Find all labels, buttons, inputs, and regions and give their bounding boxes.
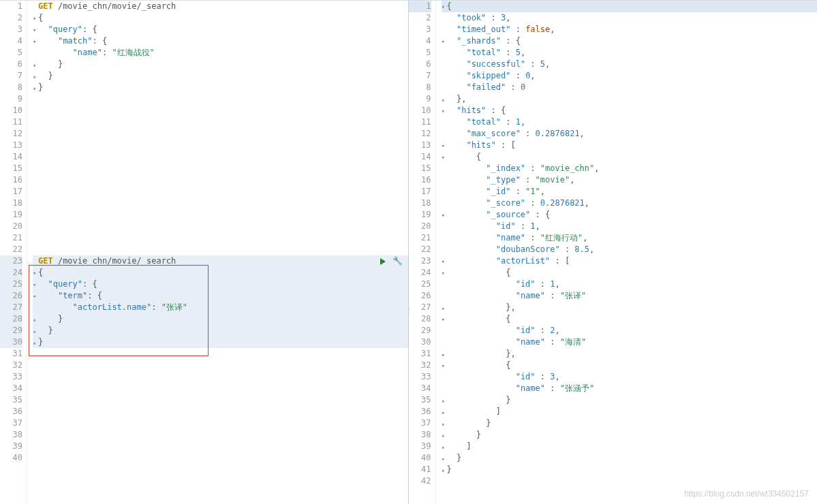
code-line[interactable]: "name" : "张译"	[442, 290, 818, 302]
code-line[interactable]: ▾ "hits" : {	[442, 105, 818, 116]
code-line[interactable]	[33, 105, 408, 116]
code-line[interactable]: ▴ }	[442, 394, 818, 406]
code-line[interactable]: ▾ {	[442, 313, 818, 325]
fold-toggle-icon[interactable]: ▴	[442, 418, 447, 430]
code-line[interactable]: ▴ }	[33, 70, 408, 82]
code-line[interactable]: ▾ "query": {	[33, 279, 408, 290]
code-line[interactable]: ▴ },	[442, 348, 818, 360]
code-line[interactable]	[442, 475, 818, 487]
code-line[interactable]: "actorList.name": "张译"	[33, 302, 408, 313]
code-line[interactable]: ▴ }	[442, 452, 818, 464]
code-line[interactable]: ▾ "term": {	[33, 290, 408, 302]
code-line[interactable]	[33, 140, 408, 151]
code-line[interactable]	[33, 151, 408, 163]
fold-toggle-icon[interactable]: ▾	[442, 360, 447, 372]
code-line[interactable]	[33, 186, 408, 198]
code-line[interactable]: "took" : 3,	[442, 12, 818, 24]
code-line[interactable]	[33, 348, 408, 360]
code-line[interactable]	[33, 441, 408, 452]
code-line[interactable]: ▴ }	[33, 325, 408, 336]
code-line[interactable]: ▴ ]	[442, 406, 818, 418]
request-code-area[interactable]: GET /movie_chn/movie/_search▾{▾ "query":…	[27, 1, 408, 504]
code-line[interactable]	[33, 383, 408, 394]
fold-toggle-icon[interactable]: ▴	[442, 395, 447, 407]
code-line[interactable]: ▴ ]	[442, 441, 818, 452]
code-line[interactable]	[33, 198, 408, 209]
fold-toggle-icon[interactable]: ▴	[442, 430, 447, 441]
code-line[interactable]	[33, 452, 408, 464]
code-line[interactable]: ▴ }	[442, 429, 818, 441]
code-line[interactable]: "name" : "红海行动",	[442, 232, 818, 244]
fold-toggle-icon[interactable]: ▾	[442, 36, 447, 48]
code-line[interactable]: "total" : 5,	[442, 47, 818, 59]
code-line[interactable]: ▾ "_shards" : {	[442, 35, 818, 47]
code-line[interactable]: ▴ }	[442, 418, 818, 429]
fold-toggle-icon[interactable]: ▴	[33, 59, 38, 71]
response-code-area[interactable]: ▾{ "took" : 3, "timed_out" : false,▾ "_s…	[436, 1, 818, 504]
request-editor[interactable]: 1234567891011121314151617181920212223242…	[0, 1, 408, 504]
code-line[interactable]	[33, 163, 408, 174]
code-line[interactable]: "timed_out" : false,	[442, 24, 818, 35]
code-line[interactable]	[33, 128, 408, 140]
code-line[interactable]: "name": "红海战役"	[33, 47, 408, 59]
code-line[interactable]: "name" : "海清"	[442, 336, 818, 348]
fold-toggle-icon[interactable]: ▾	[33, 25, 38, 36]
code-line[interactable]	[33, 209, 408, 221]
fold-toggle-icon[interactable]: ▾	[33, 291, 38, 302]
code-line[interactable]	[33, 429, 408, 441]
fold-toggle-icon[interactable]: ▴	[442, 349, 447, 360]
code-line[interactable]	[33, 418, 408, 429]
code-line[interactable]: "total" : 1,	[442, 116, 818, 128]
fold-toggle-icon[interactable]: ▾	[442, 152, 447, 163]
code-line[interactable]: ▴ },	[442, 302, 818, 313]
code-line[interactable]: "id" : 1,	[442, 221, 818, 232]
fold-toggle-icon[interactable]: ▾	[442, 256, 447, 268]
code-line[interactable]: ▾{	[33, 12, 408, 24]
fold-toggle-icon[interactable]: ▴	[442, 464, 447, 476]
code-line[interactable]: "name" : "张涵予"	[442, 383, 818, 394]
code-line[interactable]: "id" : 2,	[442, 325, 818, 336]
code-line[interactable]: ▴ },	[442, 93, 818, 105]
fold-toggle-icon[interactable]: ▾	[442, 106, 447, 117]
code-line[interactable]: "id" : 3,	[442, 371, 818, 383]
fold-toggle-icon[interactable]: ▾	[33, 268, 38, 279]
code-line[interactable]	[33, 371, 408, 383]
fold-toggle-icon[interactable]: ▴	[442, 94, 447, 106]
fold-toggle-icon[interactable]: ▴	[442, 453, 447, 464]
code-line[interactable]: ▾ {	[442, 267, 818, 279]
fold-toggle-icon[interactable]: ▾	[442, 314, 447, 326]
fold-toggle-icon[interactable]: ▴	[442, 407, 447, 418]
code-line[interactable]: "_type" : "movie",	[442, 174, 818, 186]
fold-toggle-icon[interactable]: ▴	[442, 441, 447, 453]
code-line[interactable]: "id" : 1,	[442, 279, 818, 290]
code-line[interactable]: "max_score" : 0.2876821,	[442, 128, 818, 140]
wrench-icon[interactable]: 🔧	[392, 255, 403, 267]
response-viewer[interactable]: 1234567891011121314151617181920212223242…	[409, 1, 818, 504]
fold-toggle-icon[interactable]: ▴	[442, 302, 447, 314]
code-line[interactable]: "skipped" : 0,	[442, 70, 818, 82]
fold-toggle-icon[interactable]: ▴	[33, 82, 38, 94]
code-line[interactable]: ▾ "_source" : {	[442, 209, 818, 221]
code-line[interactable]: ▾ "match": {	[33, 35, 408, 47]
code-line[interactable]: "_index" : "movie_chn",	[442, 163, 818, 174]
code-line[interactable]: ▾ "query": {	[33, 24, 408, 35]
code-line[interactable]: ▴}	[33, 82, 408, 93]
code-line[interactable]	[33, 244, 408, 255]
fold-toggle-icon[interactable]: ▾	[442, 1, 447, 13]
code-line[interactable]: ▾ "actorList" : [	[442, 255, 818, 267]
code-line[interactable]	[33, 394, 408, 406]
fold-toggle-icon[interactable]: ▴	[33, 314, 38, 326]
fold-toggle-icon[interactable]: ▴	[33, 326, 38, 337]
run-query-icon[interactable]	[380, 258, 386, 265]
split-resize-handle[interactable]: ⋮	[405, 306, 412, 314]
fold-toggle-icon[interactable]: ▾	[442, 140, 447, 152]
code-line[interactable]: ▴}	[442, 464, 818, 475]
code-line[interactable]: ▾ {	[442, 360, 818, 371]
code-line[interactable]: ▾ "hits" : [	[442, 140, 818, 151]
code-line[interactable]	[33, 174, 408, 186]
fold-toggle-icon[interactable]: ▴	[33, 71, 38, 82]
code-line[interactable]: GET /movie_chn/movie/_search🔧	[33, 255, 408, 267]
code-line[interactable]	[33, 116, 408, 128]
fold-toggle-icon[interactable]: ▾	[33, 13, 38, 25]
code-line[interactable]: "failed" : 0	[442, 82, 818, 93]
